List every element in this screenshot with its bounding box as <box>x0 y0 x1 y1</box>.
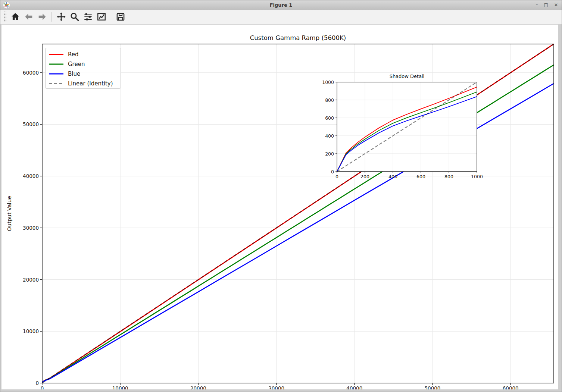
toolbar-separator <box>111 12 111 22</box>
legend-label: Green <box>68 61 85 68</box>
legend-entry: Green <box>49 59 121 69</box>
magnifier-icon <box>70 12 79 22</box>
y-tick-label: 20000 <box>23 277 39 283</box>
y-tick-label: 60000 <box>23 70 39 76</box>
toolbar-drag-handle[interactable] <box>3 12 6 22</box>
forward-arrow-icon <box>37 12 47 22</box>
x-tick-label: 0 <box>41 385 44 389</box>
save-button[interactable] <box>115 11 127 23</box>
y-tick-label: 0 <box>35 380 39 386</box>
legend-entry: Red <box>49 50 121 59</box>
x-tick-label: 30000 <box>268 385 284 389</box>
x-tick-label: 800 <box>444 174 453 179</box>
x-tick-label: 1000 <box>471 174 483 179</box>
legend-label: Linear (Identity) <box>68 80 113 87</box>
maximize-button[interactable]: □ <box>544 0 548 10</box>
floppy-disk-icon <box>116 12 125 22</box>
y-tick-label: 400 <box>325 133 334 139</box>
navigation-toolbar <box>0 10 562 24</box>
x-tick-label: 400 <box>388 174 397 179</box>
back-button[interactable] <box>23 11 35 23</box>
x-tick-label: 10000 <box>112 385 128 389</box>
figure-canvas[interactable]: 0100002000030000400005000060000010000200… <box>1 25 558 389</box>
y-tick-label: 0 <box>331 169 334 175</box>
y-tick-label: 800 <box>325 97 334 103</box>
legend-label: Blue <box>68 70 80 77</box>
x-tick-label: 60000 <box>503 385 519 389</box>
x-tick-label: 200 <box>360 174 369 179</box>
zoom-button[interactable] <box>69 11 81 23</box>
inset-chart: 0200400600800100002004006008001000Shadow… <box>322 73 483 179</box>
window-title: Figure 1 <box>0 0 562 10</box>
line-chart-icon <box>97 12 106 22</box>
minimize-button[interactable]: – <box>536 0 538 10</box>
legend-label: Red <box>68 51 79 58</box>
x-tick-label: 600 <box>416 174 425 179</box>
y-tick-label: 1000 <box>322 79 334 85</box>
legend-line-sample <box>49 63 63 65</box>
sliders-icon <box>83 12 93 22</box>
figure-window: Figure 1 – □ ✕ <box>0 0 562 392</box>
main-chart-title: Custom Gamma Ramp (5600K) <box>250 34 346 41</box>
y-tick-label: 40000 <box>23 173 39 179</box>
forward-button[interactable] <box>36 11 48 23</box>
legend-entry: Linear (Identity) <box>49 79 121 88</box>
x-tick-label: 20000 <box>190 385 206 389</box>
legend: RedGreenBlueLinear (Identity) <box>45 48 121 89</box>
x-tick-label: 50000 <box>425 385 441 389</box>
legend-entry: Blue <box>49 69 121 79</box>
legend-line-sample <box>49 82 63 85</box>
legend-line-sample <box>49 53 63 56</box>
x-tick-label: 0 <box>335 174 338 179</box>
x-tick-label: 40000 <box>346 385 362 389</box>
close-button[interactable]: ✕ <box>554 0 558 10</box>
y-tick-label: 200 <box>325 151 334 157</box>
toolbar-separator <box>51 12 52 22</box>
home-icon <box>10 12 20 22</box>
y-tick-label: 50000 <box>23 121 39 127</box>
pan-button[interactable] <box>55 11 67 23</box>
legend-line-sample <box>49 73 63 75</box>
title-bar: Figure 1 – □ ✕ <box>0 0 562 10</box>
y-tick-label: 600 <box>325 115 334 121</box>
y-tick-label: 10000 <box>23 328 39 334</box>
back-arrow-icon <box>24 12 34 22</box>
configure-subplots-button[interactable] <box>82 11 94 23</box>
y-axis-label: Output Value <box>6 196 12 231</box>
customize-button[interactable] <box>96 11 107 23</box>
y-tick-label: 30000 <box>23 225 39 231</box>
home-button[interactable] <box>9 11 21 23</box>
inset-chart-title: Shadow Detail <box>390 73 425 79</box>
pan-icon <box>56 12 66 22</box>
